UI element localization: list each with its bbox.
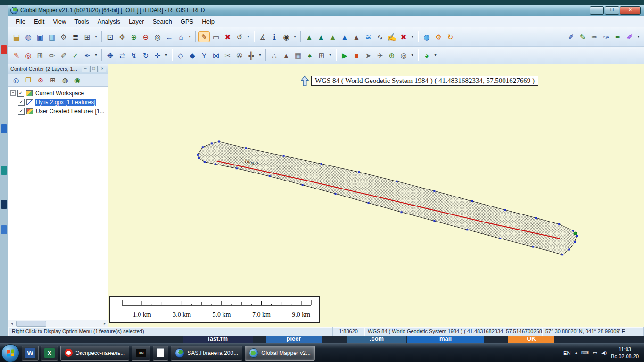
vertex-tools-more-button[interactable]: ▾ [257, 49, 263, 61]
stop-flythrough-button[interactable]: ■ [351, 49, 362, 61]
lidar-grid-button[interactable]: ⊞ [316, 49, 327, 61]
animation-tools-more-button[interactable]: ▾ [410, 49, 415, 61]
search-layers-button[interactable]: ◍ [60, 75, 70, 85]
digitizer-tool-button[interactable]: ✎ [198, 31, 210, 42]
horizontal-scrollbar[interactable]: ◂ ▸ [8, 320, 108, 327]
script-editor-button[interactable]: ✍ [386, 31, 397, 42]
vertex-handle[interactable] [197, 154, 199, 156]
fly-mode-button[interactable]: ✈ [374, 49, 386, 61]
vertex-handle[interactable] [535, 217, 537, 219]
identify-tool-button[interactable]: ◉ [281, 31, 292, 42]
vertex-handle[interactable] [204, 161, 206, 163]
map-canvas[interactable]: Путь 2 [108, 64, 644, 327]
center-on-location-button[interactable]: ◎ [398, 49, 409, 61]
print-map-button[interactable]: ⊞ [82, 31, 93, 42]
download-online-data-button[interactable]: ◍ [23, 31, 34, 42]
sas-planet-button[interactable]: SAS.Планета 200... [171, 346, 242, 361]
vertex-handle[interactable] [335, 193, 337, 195]
scrollbar-track[interactable] [15, 321, 101, 326]
vertex-handle[interactable] [433, 190, 435, 192]
view-shed-analysis-button[interactable]: ▲ [327, 31, 339, 42]
minimize-button[interactable]: ─ [590, 6, 604, 15]
menu-gps[interactable]: GPS [176, 17, 198, 26]
digitizer-point-constraint-button[interactable]: ✏ [589, 31, 600, 42]
menu-edit[interactable]: Edit [30, 17, 49, 26]
scroll-left-icon[interactable]: ◂ [8, 321, 15, 326]
feature-info-button[interactable]: ℹ [269, 31, 280, 42]
vertex-handle[interactable] [368, 202, 370, 204]
style-editor-button[interactable]: ✎ [11, 49, 22, 61]
view-tools-more-button[interactable]: ▾ [187, 31, 192, 42]
digitizer-spline-button[interactable]: ✑ [601, 31, 612, 42]
text-document-button[interactable] [153, 346, 168, 361]
menu-analysis[interactable]: Analysis [93, 17, 124, 26]
zoom-full-extent-button[interactable]: ◎ [152, 31, 163, 42]
layer-checkbox[interactable]: ✓ [17, 90, 24, 97]
volume-icon[interactable]: ◀) [601, 350, 607, 356]
measure-pen-button[interactable]: ✐ [58, 49, 69, 61]
move-feature-button[interactable]: ✥ [105, 49, 116, 61]
view-3d-more-button[interactable]: ▾ [433, 49, 438, 61]
create-elevation-grid-button[interactable]: ▲ [304, 31, 315, 42]
clock[interactable]: 11:03 Вс 02.08.20 [611, 346, 639, 360]
tools-configuration-button[interactable]: ⚙ [58, 31, 69, 42]
play-flythrough-button[interactable]: ▶ [339, 49, 350, 61]
close-button[interactable]: ✕ [620, 6, 641, 15]
vertex-handle[interactable] [236, 167, 238, 169]
menu-view[interactable]: View [49, 17, 70, 26]
save-workspace-button[interactable]: ▣ [34, 31, 46, 42]
vertex-handle[interactable] [471, 200, 473, 202]
projection-settings-button[interactable]: ◍ [421, 31, 432, 42]
word-pinned-button[interactable]: W [22, 346, 39, 361]
digitizer-freehand-button[interactable]: ✐ [624, 31, 636, 42]
coordinate-grid-button[interactable]: ⊞ [34, 49, 46, 61]
menu-file[interactable]: File [11, 17, 30, 26]
lidar-vegetation-classify-button[interactable]: ♠ [304, 49, 315, 61]
layer-metadata-button[interactable]: ⊞ [48, 75, 58, 85]
vertex-handle[interactable] [574, 241, 576, 243]
reshape-feature-button[interactable]: ↯ [128, 49, 140, 61]
zoom-in-button[interactable]: ⊕ [128, 31, 140, 42]
maximize-button[interactable]: ❐ [605, 6, 619, 15]
analysis-tools-more-button[interactable]: ▾ [410, 31, 415, 42]
hidden-icons-icon[interactable]: ▴ [575, 350, 578, 356]
vertex-handle[interactable] [302, 184, 304, 186]
vertex-handle[interactable] [218, 140, 220, 142]
gps-target-button[interactable]: ◎ [23, 49, 34, 61]
open-control-center-button[interactable]: ≣ [70, 31, 81, 42]
watershed-analysis-button[interactable]: ▲ [339, 31, 350, 42]
clear-analysis-button[interactable]: ✖ [398, 31, 409, 42]
zoom-to-layer-button[interactable]: ◎ [11, 75, 21, 85]
console-window-button[interactable]: ON [132, 346, 150, 361]
vertex-handle[interactable] [400, 211, 402, 213]
edit-selected-features-button[interactable]: ▭ [210, 31, 222, 42]
title-bar[interactable]: Global Mapper v21.1 (b021820) [64-bit] [… [8, 5, 644, 16]
vertex-handle[interactable] [202, 146, 204, 148]
vertex-handle[interactable] [561, 254, 563, 255]
delete-vertex-button[interactable]: ◆ [187, 49, 198, 61]
attach-file-button[interactable]: ✇ [234, 49, 245, 61]
layer-row[interactable]: ✓User Created Features [1... [9, 107, 108, 115]
pan-view-button[interactable]: ✥ [116, 31, 128, 42]
crop-features-button[interactable]: ✂ [222, 49, 233, 61]
close-layer-button[interactable]: ⊗ [35, 75, 46, 85]
digitizer-tools-more-button[interactable]: ▾ [246, 31, 251, 42]
map-options-button[interactable]: ⚙ [433, 31, 444, 42]
vertex-handle[interactable] [466, 229, 468, 230]
draw-tools-more-button[interactable]: ▾ [93, 49, 99, 61]
vertex-handle[interactable] [198, 157, 200, 159]
panel-minimize-button[interactable]: ─ [82, 66, 89, 72]
home-view-button[interactable]: ⌂ [175, 31, 187, 42]
generate-contours-button[interactable]: ▲ [315, 31, 327, 42]
map-view[interactable]: Путь 2 WGS 84 ( World Geodetic System 19… [108, 64, 644, 327]
control-center-titlebar[interactable]: Control Center (2 Layers, 1... ─❐✕ [8, 64, 108, 74]
measure-tool-button[interactable]: ∡ [257, 31, 268, 42]
center-crosshair-button[interactable]: ╬ [246, 49, 257, 61]
digitizer-line-constraint-button[interactable]: ✐ [565, 31, 577, 42]
file-tools-more-button[interactable]: ▾ [93, 31, 99, 42]
vertex-handle[interactable] [576, 235, 578, 237]
info-tools-more-button[interactable]: ▾ [292, 31, 297, 42]
rotate-feature-button[interactable]: ↻ [140, 49, 151, 61]
track-endpoint[interactable] [574, 232, 577, 235]
panel-close-button[interactable]: ✕ [99, 66, 106, 72]
